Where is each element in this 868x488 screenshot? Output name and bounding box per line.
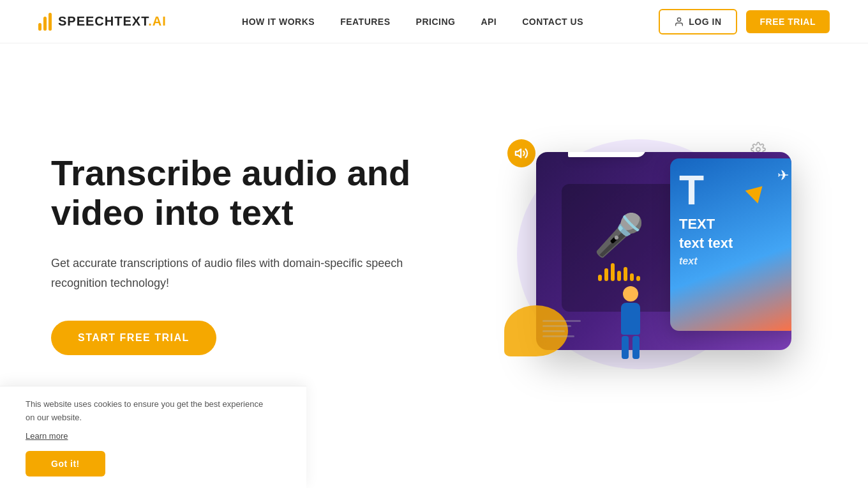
text-panel: T TEXT text text text ✈ <box>670 158 791 331</box>
nav-item-pricing[interactable]: PRICING <box>416 16 456 27</box>
chat-bubble: Speech to text... <box>568 152 646 157</box>
nav-link-contact[interactable]: CONTACT US <box>522 17 583 27</box>
deco-line-1 <box>542 320 581 322</box>
logo-suffix: .AI <box>148 14 167 28</box>
hero-title: Transcribe audio and video into text <box>51 153 447 233</box>
microphone-icon: 🎤 <box>594 215 645 255</box>
hero-illustration: 🎤 Speech to text... T TEXT text text tex… <box>498 133 817 376</box>
person-body <box>621 303 640 335</box>
nav-item-features[interactable]: FEATURES <box>340 16 390 27</box>
logo[interactable]: SPEECHTEXT.AI <box>38 13 167 31</box>
nav-link-pricing[interactable]: PRICING <box>416 17 456 27</box>
login-button[interactable]: LOG IN <box>659 9 737 34</box>
free-trial-label: FREE TRIAL <box>760 17 816 27</box>
paper-plane-icon: ✈ <box>777 167 789 184</box>
logo-waves <box>38 13 52 31</box>
user-icon <box>674 17 684 27</box>
text-line-1: TEXT <box>679 216 789 233</box>
nav-link-features[interactable]: FEATURES <box>340 17 390 27</box>
svg-marker-1 <box>516 149 521 158</box>
text-line-3: text <box>679 255 789 267</box>
text-lines: TEXT text text text <box>679 216 789 267</box>
cookie-message: This website uses cookies to ensure you … <box>26 398 268 425</box>
nav-actions: LOG IN FREE TRIAL <box>659 9 830 34</box>
deco-line-3 <box>542 330 565 332</box>
cookie-banner: This website uses cookies to ensure you … <box>0 386 306 452</box>
login-label: LOG IN <box>689 17 721 27</box>
text-big-letter: T <box>679 170 789 211</box>
hero-content: Transcribe audio and video into text Get… <box>51 153 447 356</box>
nav-item-how-it-works[interactable]: HOW IT WORKS <box>242 16 315 27</box>
person-leg-left <box>622 336 629 359</box>
nav-link-api[interactable]: API <box>481 17 497 27</box>
audio-waves <box>598 263 640 281</box>
navbar: SPEECHTEXT.AI HOW IT WORKS FEATURES PRIC… <box>0 0 868 43</box>
cookie-accept-button[interactable]: Got it! <box>26 451 105 452</box>
deco-line-4 <box>542 335 574 337</box>
logo-name: SPEECHTEXT <box>58 14 148 28</box>
nav-item-contact[interactable]: CONTACT US <box>522 16 583 27</box>
nav-links: HOW IT WORKS FEATURES PRICING API CONTAC… <box>242 16 583 27</box>
person-leg-right <box>632 336 640 359</box>
svg-point-0 <box>678 18 681 21</box>
nav-link-how-it-works[interactable]: HOW IT WORKS <box>242 17 315 27</box>
decorative-lines <box>542 320 581 337</box>
text-line-2: text text <box>679 235 789 252</box>
nav-item-api[interactable]: API <box>481 16 497 27</box>
sound-icon <box>507 139 535 167</box>
deco-line-2 <box>542 325 571 327</box>
person-legs <box>613 336 648 359</box>
hero-subtitle: Get accurate transcriptions of audio fil… <box>51 254 447 293</box>
svg-point-2 <box>756 148 760 151</box>
person-head <box>623 286 638 301</box>
logo-text: SPEECHTEXT.AI <box>58 14 167 29</box>
cookie-learn-more[interactable]: Learn more <box>26 431 68 441</box>
free-trial-button[interactable]: FREE TRIAL <box>746 10 830 33</box>
person-figure <box>613 286 648 363</box>
start-trial-button[interactable]: START FREE TRIAL <box>51 321 216 355</box>
